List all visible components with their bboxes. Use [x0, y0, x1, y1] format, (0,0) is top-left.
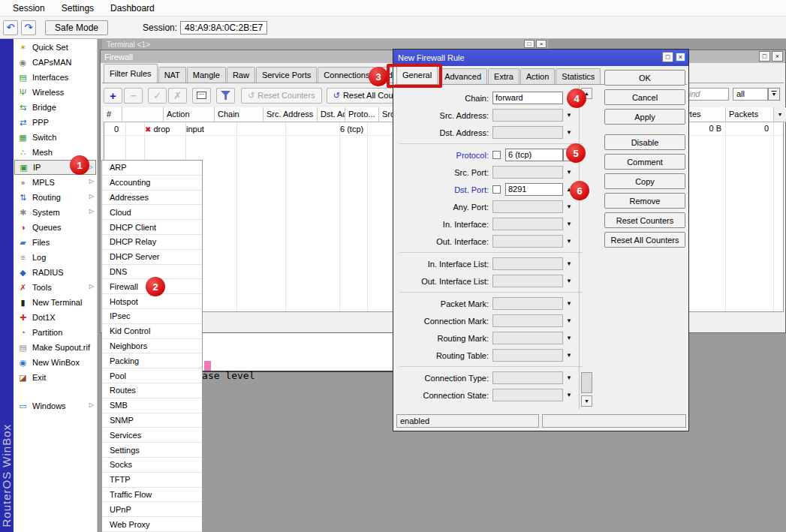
- field-input[interactable]: 6 (tcp): [505, 149, 563, 161]
- column-header[interactable]: Src. Address: [264, 107, 318, 122]
- dropdown-arrow-icon[interactable]: [563, 221, 575, 227]
- dialog-tab[interactable]: Advanced: [438, 68, 487, 84]
- sidebar-item[interactable]: ◪ Exit ▷: [14, 370, 96, 385]
- sidebar-item[interactable]: ▮ New Terminal ▷: [14, 295, 96, 310]
- ip-submenu-item[interactable]: Web Proxy: [102, 517, 202, 532]
- dropdown-arrow-icon[interactable]: [563, 335, 575, 341]
- field-input[interactable]: [492, 200, 563, 213]
- ip-submenu-item[interactable]: SMB: [102, 398, 202, 413]
- add-rule-button[interactable]: +: [104, 88, 122, 104]
- dialog-tab[interactable]: Action: [520, 68, 556, 84]
- ip-submenu-item[interactable]: Services: [102, 428, 202, 443]
- firewall-rule-row[interactable]: 0 ✖drop input 6 (tcp): [104, 122, 365, 135]
- ip-submenu-item[interactable]: Neighbors: [102, 339, 202, 354]
- field-input[interactable]: [492, 257, 563, 270]
- session-value-field[interactable]: 48:A9:8A:0C:2B:E7: [180, 21, 267, 35]
- column-header-packets[interactable]: Packets: [726, 107, 774, 122]
- dialog-tab[interactable]: Statistics: [556, 68, 601, 84]
- ip-submenu-item[interactable]: IPsec: [102, 309, 202, 324]
- ip-submenu-item[interactable]: DHCP Client: [102, 220, 202, 235]
- dropdown-arrow-icon[interactable]: [563, 278, 575, 284]
- ip-submenu-item[interactable]: ARP: [102, 161, 202, 176]
- dialog-button[interactable]: Reset All Counters: [604, 232, 685, 248]
- sidebar-item[interactable]: ✱ System ▷: [14, 205, 96, 220]
- sidebar-item[interactable]: ▤ Interfaces ▷: [14, 70, 96, 85]
- ip-submenu-item[interactable]: Pool: [102, 368, 202, 383]
- sidebar-item[interactable]: ● MPLS ▷: [14, 175, 96, 190]
- dialog-button[interactable]: Disable: [604, 134, 685, 150]
- sidebar-item[interactable]: ◑ Queues ▷: [14, 220, 96, 235]
- dropdown-arrow-icon[interactable]: [563, 169, 575, 176]
- ip-submenu-item[interactable]: Accounting: [102, 176, 202, 191]
- sidebar-item[interactable]: ⇄ PPP ▷: [14, 115, 96, 130]
- dialog-button[interactable]: Copy: [604, 173, 685, 189]
- column-sort-button[interactable]: ▼: [774, 107, 786, 122]
- filter-scope-select[interactable]: all: [733, 88, 768, 101]
- terminal-close-button[interactable]: ×: [536, 40, 547, 48]
- field-input[interactable]: [492, 218, 563, 230]
- dropdown-arrow-icon[interactable]: [563, 203, 575, 210]
- menu-item[interactable]: Dashboard: [102, 1, 163, 16]
- terminal-maximize-button[interactable]: □: [524, 40, 535, 48]
- field-input[interactable]: [492, 275, 563, 287]
- field-input[interactable]: [492, 349, 563, 362]
- ip-submenu-item[interactable]: UPnP: [102, 502, 202, 517]
- sidebar-item[interactable]: ⇆ Bridge ▷: [14, 100, 96, 115]
- dropdown-arrow-icon[interactable]: [563, 129, 575, 136]
- ip-submenu-item[interactable]: TFTP: [102, 473, 202, 488]
- disable-rule-button[interactable]: ✗: [168, 88, 187, 104]
- sidebar-item[interactable]: ▰ Files ▷: [14, 235, 96, 250]
- ip-submenu-item[interactable]: SNMP: [102, 413, 202, 428]
- field-input[interactable]: [492, 332, 563, 344]
- field-input[interactable]: [492, 166, 563, 179]
- field-input[interactable]: [492, 126, 563, 139]
- column-header[interactable]: Proto...: [345, 107, 379, 122]
- field-input[interactable]: [492, 389, 563, 401]
- firewall-tab[interactable]: NAT: [158, 67, 186, 83]
- column-header[interactable]: Chain: [215, 107, 264, 122]
- dialog-button[interactable]: Remove: [604, 193, 685, 209]
- ip-submenu-item[interactable]: Traffic Flow: [102, 488, 202, 503]
- ip-submenu-item[interactable]: DHCP Relay: [102, 235, 202, 250]
- ip-submenu-item[interactable]: Hotspot: [102, 294, 202, 309]
- field-checkbox[interactable]: [492, 151, 501, 159]
- dropdown-arrow-icon[interactable]: [563, 392, 575, 398]
- field-input[interactable]: 8291: [505, 183, 563, 196]
- ip-submenu-item[interactable]: Cloud: [102, 205, 202, 220]
- sidebar-item[interactable]: ▦ Switch ▷: [14, 130, 96, 145]
- dialog-scrollbar[interactable]: ▲ ▼: [579, 85, 592, 410]
- ip-submenu-item[interactable]: Settings: [102, 443, 202, 458]
- filter-button[interactable]: [216, 88, 235, 104]
- dropdown-arrow-icon[interactable]: [563, 374, 575, 381]
- sidebar-item[interactable]: ≡ Log ▷: [14, 250, 96, 265]
- dropdown-arrow-icon[interactable]: [563, 238, 575, 245]
- dialog-maximize-button[interactable]: □: [662, 52, 673, 62]
- ip-submenu-item[interactable]: DHCP Server: [102, 250, 202, 265]
- sidebar-item[interactable]: ▤ Make Supout.rif ▷: [14, 340, 96, 355]
- firewall-tab[interactable]: Filter Rules: [104, 64, 158, 83]
- dropdown-arrow-icon[interactable]: [563, 300, 575, 307]
- firewall-tab[interactable]: Raw: [227, 67, 255, 83]
- dialog-close-button[interactable]: ×: [675, 52, 686, 62]
- sidebar-item[interactable]: ✚ Dot1X ▷: [14, 310, 96, 325]
- field-input[interactable]: forward: [492, 92, 563, 104]
- sidebar-item[interactable]: ◉ New WinBox ▷: [14, 355, 96, 370]
- safe-mode-button[interactable]: Safe Mode: [45, 20, 108, 35]
- dialog-button[interactable]: Apply: [604, 109, 685, 125]
- firewall-tab[interactable]: Mangle: [187, 67, 226, 83]
- firewall-close-button[interactable]: ×: [772, 51, 783, 62]
- dropdown-arrow-icon[interactable]: [563, 112, 575, 119]
- comment-button[interactable]: [192, 88, 211, 104]
- ip-submenu-item[interactable]: Addresses: [102, 191, 202, 206]
- column-header[interactable]: Dst. Address: [318, 107, 345, 122]
- remove-rule-button[interactable]: −: [124, 88, 143, 104]
- column-header[interactable]: [122, 107, 164, 122]
- terminal-titlebar[interactable]: Terminal <1> □ ×: [102, 39, 548, 50]
- dropdown-arrow-icon[interactable]: [563, 260, 575, 267]
- undo-button[interactable]: ↶: [3, 20, 18, 35]
- enable-rule-button[interactable]: ✓: [148, 88, 167, 104]
- ip-submenu-item[interactable]: Socks: [102, 458, 202, 473]
- sidebar-item[interactable]: Ψ Wireless ▷: [14, 85, 96, 100]
- sidebar-item[interactable]: ▭ Windows ▷: [14, 398, 96, 413]
- sidebar-item[interactable]: ◆ RADIUS ▷: [14, 265, 96, 280]
